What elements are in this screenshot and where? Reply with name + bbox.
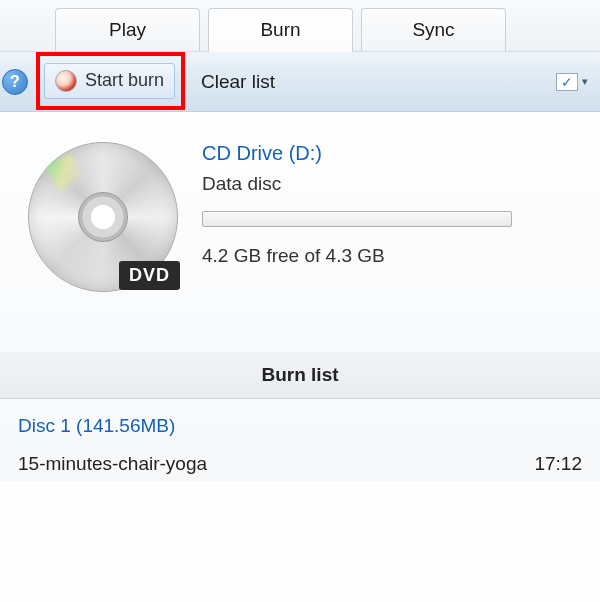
media-label: DVD [119, 261, 180, 290]
burn-list-header: Burn list [0, 352, 600, 399]
drive-title[interactable]: CD Drive (D:) [202, 142, 572, 165]
disc-label[interactable]: Disc 1 (141.56MB) [10, 399, 590, 447]
start-burn-button[interactable]: Start burn [44, 63, 175, 99]
item-name: 15-minutes-chair-yoga [18, 453, 207, 475]
chevron-down-icon: ▾ [582, 75, 588, 88]
checkmark-icon: ✓ [556, 73, 578, 91]
help-icon[interactable]: ? [2, 69, 28, 95]
burn-panel: DVD CD Drive (D:) Data disc 4.2 GB free … [0, 112, 600, 481]
drive-section: DVD CD Drive (D:) Data disc 4.2 GB free … [10, 132, 590, 322]
tab-play[interactable]: Play [55, 8, 200, 51]
tab-bar: Play Burn Sync [0, 0, 600, 52]
toolbar: ? Start burn Clear list ✓ ▾ [0, 52, 600, 112]
start-burn-highlight: Start burn [36, 52, 185, 110]
dvd-disc-icon: DVD [28, 142, 178, 292]
tab-sync[interactable]: Sync [361, 8, 506, 51]
clear-list-button[interactable]: Clear list [189, 65, 287, 99]
drive-free-space: 4.2 GB free of 4.3 GB [202, 245, 572, 267]
burn-options-button[interactable]: ✓ ▾ [556, 73, 588, 91]
capacity-bar [202, 211, 512, 227]
tab-burn[interactable]: Burn [208, 8, 353, 52]
drive-type: Data disc [202, 173, 572, 195]
item-duration: 17:12 [534, 453, 582, 475]
start-burn-label: Start burn [85, 70, 164, 91]
burn-disc-icon [55, 70, 77, 92]
drive-info: CD Drive (D:) Data disc 4.2 GB free of 4… [202, 142, 572, 292]
list-item[interactable]: 15-minutes-chair-yoga 17:12 [10, 447, 590, 481]
